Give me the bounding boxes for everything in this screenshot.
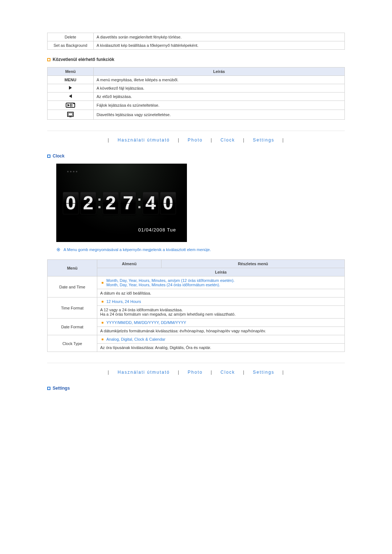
clock-settings-table: Menü Almenü Részletes menü Leírás Date a… — [47, 259, 345, 352]
nav-link-guide[interactable]: Használati útmutató — [118, 138, 170, 143]
slideshow-icon — [67, 112, 74, 117]
nav-link-photo[interactable]: Photo — [188, 138, 203, 143]
settings-heading: Settings — [47, 386, 345, 391]
nav-sep-icon: | — [178, 138, 180, 143]
table-row: A következő fájl lejátszása. — [48, 84, 345, 93]
nav-sep-icon: | — [178, 370, 180, 375]
desc-cell: A következő fájl lejátszása. — [94, 84, 345, 93]
clock-date-text: 01/04/2008 Tue — [138, 227, 176, 233]
heading-text: Közvetlenül elérhető funkciók — [53, 57, 114, 62]
col-header-desc: Leírás — [94, 67, 345, 76]
row-label: Date and Time — [48, 276, 97, 297]
col-header-submenu: Almenü — [97, 260, 162, 268]
nav-link-clock[interactable]: Clock — [221, 138, 235, 143]
bullet-icon — [102, 282, 103, 284]
nav-link-clock[interactable]: Clock — [221, 370, 235, 375]
square-bullet-icon — [47, 58, 50, 61]
col-header-desc: Leírás — [97, 268, 345, 276]
nav-sep-icon: | — [243, 138, 245, 143]
clock-digit: 0 — [160, 192, 176, 214]
option-label: Set as Background — [48, 41, 94, 50]
desc-cell: A dátum és az idő beállítása. — [97, 289, 345, 297]
indicator-dots-icon — [67, 171, 77, 172]
bullet-icon — [102, 322, 103, 324]
desc-cell: A dátumkijelzés formátumának kiválasztás… — [97, 327, 345, 335]
nav-link-guide[interactable]: Használati útmutató — [118, 370, 170, 375]
options-cell: YYYY/MM/DD, MM/DD/YYYY, DD/MM/YYYY — [97, 319, 345, 327]
prev-icon — [69, 94, 72, 98]
nav-sep-icon: | — [243, 370, 245, 375]
nav-sep-icon: | — [211, 370, 212, 375]
direct-functions-table: Menü Leírás MENU A menü megnyitása, ille… — [47, 67, 345, 120]
option-label: Delete — [48, 33, 94, 41]
row-label: Date Format — [48, 319, 97, 335]
clock-digit: 0 — [63, 192, 79, 214]
table-row: Az előző lejátszása. — [48, 93, 345, 101]
options-text: YYYY/MM/DD, MM/DD/YYYY, DD/MM/YYYY — [106, 320, 186, 325]
divider — [47, 131, 345, 131]
table-row: Clock Type Analog, Digital, Clock & Cale… — [48, 335, 345, 344]
col-header-menu: Menü — [48, 67, 94, 76]
clock-note: ※ A Menu gomb megnyomásával a képernyőn … — [56, 247, 345, 252]
direct-functions-heading: Közvetlenül elérhető funkciók — [47, 57, 345, 62]
colon-icon — [138, 196, 141, 211]
nav-sep-icon: | — [211, 138, 212, 143]
next-icon — [69, 86, 72, 90]
colon-icon — [98, 196, 101, 211]
menu-cell — [48, 101, 94, 110]
row-label: Clock Type — [48, 335, 97, 352]
divider — [47, 363, 345, 363]
desc-cell: A 12 vagy a 24 órás időformátum kiválasz… — [97, 306, 345, 319]
table-row: Time Format 12 Hours, 24 Hours — [48, 297, 345, 306]
option-desc: A kiválasztott kép beállítása a főképern… — [94, 41, 345, 50]
menu-text-icon: MENU — [65, 78, 76, 82]
table-row: Date and Time Month, Day, Year, Hours, M… — [48, 276, 345, 289]
table-row: MENU A menü megnyitása, illetve kilépés … — [48, 76, 345, 84]
clock-digit: 7 — [120, 192, 136, 214]
square-bullet-icon — [47, 155, 50, 158]
square-bullet-icon — [47, 387, 50, 390]
menu-cell — [48, 93, 94, 101]
menu-cell — [48, 84, 94, 93]
col-header-detail: Részletes menü — [162, 260, 345, 268]
desc-cell: Fájlok lejátszása és szüneteltetése. — [94, 101, 345, 110]
options-cell: 12 Hours, 24 Hours — [97, 297, 345, 306]
clock-heading: Clock — [47, 153, 345, 159]
heading-text: Clock — [53, 153, 65, 159]
section-nav: | Használati útmutató | Photo | Clock | … — [47, 370, 345, 375]
options-cell: Month, Day, Year, Hours, Minutes, am/pm … — [97, 276, 345, 289]
table-row: Fájlok lejátszása és szüneteltetése. — [48, 101, 345, 110]
section-nav: | Használati útmutató | Photo | Clock | … — [47, 138, 345, 143]
bullet-icon — [102, 301, 103, 303]
table-row: Set as Background A kiválasztott kép beá… — [48, 41, 345, 50]
clock-digits: 0 2 2 7 4 0 — [63, 192, 176, 214]
options-text: Analog, Digital, Clock & Calendar — [106, 337, 166, 341]
nav-link-settings[interactable]: Settings — [253, 138, 274, 143]
col-header-menu: Menü — [48, 260, 97, 276]
table-row: Delete A diavetítés során megjelenített … — [48, 33, 345, 41]
clock-digit: 4 — [143, 192, 159, 214]
note-text: A Menu gomb megnyomásával a képernyőn me… — [64, 247, 211, 252]
options-text: Month, Day, Year, Hours, Minutes, am/pm … — [106, 278, 234, 287]
desc-cell: A menü megnyitása, illetve kilépés a men… — [94, 76, 345, 84]
top-options-table: Delete A diavetítés során megjelenített … — [47, 33, 345, 50]
nav-link-settings[interactable]: Settings — [253, 370, 274, 375]
nav-sep-icon: | — [108, 370, 110, 375]
options-cell: Analog, Digital, Clock & Calendar — [97, 335, 345, 344]
menu-cell — [48, 110, 94, 120]
clock-digit: 2 — [80, 192, 96, 214]
option-desc: A diavetítés során megjelenített fénykép… — [94, 33, 345, 41]
desc-cell: Diavetítés lejátszása vagy szüneteltetés… — [94, 110, 345, 120]
nav-sep-icon: | — [282, 138, 284, 143]
play-pause-icon — [66, 103, 75, 108]
desc-cell: Az óra típusának kiválasztása: Analóg, D… — [97, 344, 345, 352]
desc-cell: Az előző lejátszása. — [94, 93, 345, 101]
clock-screenshot: 0 2 2 7 4 0 01/04/2008 Tue — [56, 164, 187, 242]
note-star-icon: ※ — [56, 247, 61, 252]
options-text: 12 Hours, 24 Hours — [106, 299, 141, 304]
table-header-row: Menü Almenü Részletes menü — [48, 260, 345, 268]
heading-text: Settings — [53, 386, 70, 391]
clock-digit: 2 — [103, 192, 119, 214]
menu-cell: MENU — [48, 76, 94, 84]
nav-link-photo[interactable]: Photo — [188, 370, 203, 375]
